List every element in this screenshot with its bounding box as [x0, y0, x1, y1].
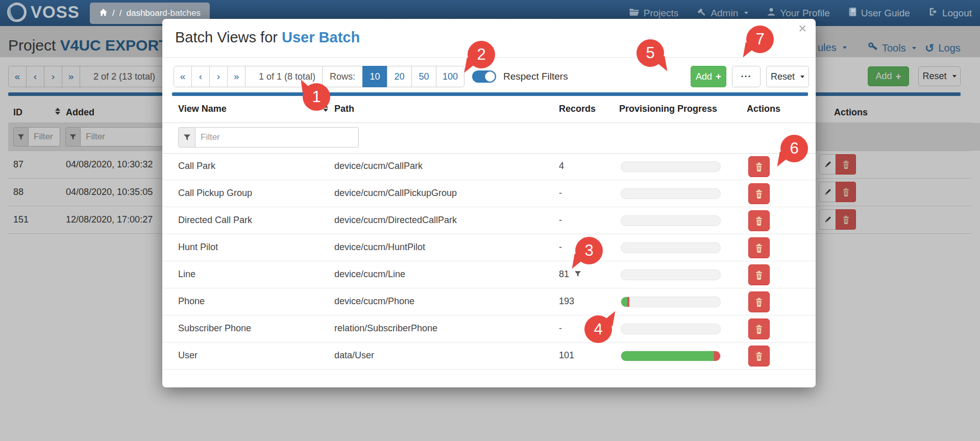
table-row: Hunt Pilot device/cucm/HuntPilot - [162, 234, 816, 261]
filter-button[interactable] [178, 127, 195, 148]
more-actions-button[interactable]: ... [732, 66, 761, 87]
view-path: data/User [334, 350, 374, 361]
plus-icon: + [716, 71, 721, 82]
rows-per-page-group: Rows: 10 20 50 100 [322, 66, 464, 87]
view-name: Hunt Pilot [178, 242, 218, 253]
provisioning-progress-bar [621, 215, 721, 226]
next-page-button[interactable]: › [209, 66, 228, 87]
home-icon [99, 8, 108, 19]
nav-logout[interactable]: Logout [928, 7, 972, 19]
trash-icon [754, 352, 764, 361]
callout-badge-4: 4 [584, 315, 612, 343]
column-header-view-name[interactable]: View Name [178, 104, 227, 114]
callout-badge-6: 6 [780, 135, 808, 162]
close-icon[interactable]: × [798, 22, 806, 36]
table-row: Line device/cucm/Line 81 [162, 261, 816, 288]
view-path: device/cucm/Line [334, 269, 405, 280]
trash-icon [754, 189, 764, 199]
chevron-down-icon [800, 76, 804, 78]
rows-option-20[interactable]: 20 [387, 66, 412, 87]
view-path: device/cucm/Phone [334, 296, 414, 307]
delete-button[interactable] [748, 346, 770, 366]
trash-icon [754, 243, 764, 253]
add-button[interactable]: Add+ [691, 66, 726, 87]
rows-label: Rows: [322, 66, 363, 87]
modal-title: Batch Views for User Batch [175, 29, 360, 46]
view-records: 193 [559, 296, 574, 307]
view-records: - [559, 323, 562, 334]
breadcrumb-current: dashboard-batches [126, 8, 201, 18]
respect-filters-label: Respect Filters [503, 71, 568, 82]
callout-badge-3: 3 [575, 237, 603, 264]
column-header-records: Records [559, 104, 596, 114]
view-path: device/cucm/DirectedCallPark [334, 215, 457, 226]
view-name: Call Pickup Group [178, 188, 252, 199]
view-records: 81 [559, 269, 581, 280]
view-records: - [559, 242, 562, 253]
delete-button[interactable] [748, 210, 770, 231]
nav-admin[interactable]: Admin [697, 7, 748, 19]
table-row: User data/User 101 [162, 342, 816, 370]
view-path: device/cucm/CallPark [334, 161, 423, 172]
batch-name: User Batch [282, 29, 360, 45]
provisioning-progress-bar [621, 270, 721, 280]
brand-text: VOSS [31, 3, 80, 22]
provisioning-progress-bar [621, 324, 721, 334]
table-row: Call Park device/cucm/CallPark 4 [162, 153, 816, 180]
gavel-icon [697, 7, 706, 19]
view-path: device/cucm/CallPickupGroup [334, 188, 457, 199]
user-icon [767, 7, 776, 19]
column-header-actions: Actions [747, 104, 780, 114]
toggle-knob [485, 71, 495, 82]
view-records: - [559, 188, 562, 199]
trash-icon [754, 298, 764, 307]
delete-button[interactable] [748, 156, 770, 177]
table-row: Phone device/cucm/Phone 193 [162, 288, 816, 315]
ellipsis-icon: ... [741, 69, 751, 80]
delete-button[interactable] [748, 291, 770, 312]
provisioning-progress-bar [621, 161, 721, 172]
table-row: Call Pickup Group device/cucm/CallPickup… [162, 180, 816, 207]
provisioning-progress-bar [621, 188, 721, 199]
reset-button[interactable]: Reset [766, 66, 809, 87]
voss-logo[interactable]: VOSS [6, 2, 80, 23]
delete-button[interactable] [748, 264, 770, 285]
delete-button[interactable] [748, 183, 770, 204]
view-path: device/cucm/HuntPilot [334, 242, 425, 253]
callout-badge-7: 7 [746, 26, 774, 53]
chevron-down-icon [744, 12, 748, 14]
trash-icon [754, 325, 764, 334]
book-icon [848, 7, 857, 19]
callout-badge-5: 5 [636, 39, 664, 67]
view-name-filter-input[interactable] [195, 127, 359, 148]
nav-your-profile[interactable]: Your Profile [767, 7, 830, 19]
divider-accent [172, 92, 808, 96]
view-path: relation/SubscriberPhone [334, 323, 437, 334]
prev-page-button[interactable]: ‹ [191, 66, 210, 87]
provisioning-progress-bar [621, 297, 721, 307]
view-records: - [559, 215, 562, 226]
view-name: Line [178, 269, 195, 280]
view-records: 101 [559, 350, 574, 361]
batch-views-modal: × Batch Views for User Batch « ‹ › » 1 o… [162, 19, 816, 387]
first-page-button[interactable]: « [174, 66, 192, 87]
rows-option-10[interactable]: 10 [362, 66, 387, 87]
column-header-path[interactable]: Path [334, 104, 354, 114]
nav-user-guide[interactable]: User Guide [848, 7, 910, 19]
callout-badge-1: 1 [303, 83, 330, 111]
delete-button[interactable] [748, 318, 770, 339]
rows-option-100[interactable]: 100 [436, 66, 464, 87]
view-name: Phone [178, 296, 205, 307]
view-name: Call Park [178, 161, 215, 172]
view-name: Subscriber Phone [178, 323, 251, 334]
folder-icon [629, 7, 640, 19]
logout-icon [928, 7, 938, 19]
last-page-button[interactable]: » [227, 66, 246, 87]
nav-projects[interactable]: Projects [629, 7, 679, 19]
delete-button[interactable] [748, 237, 770, 258]
table-row: Directed Call Park device/cucm/DirectedC… [162, 207, 816, 234]
rows-option-50[interactable]: 50 [411, 66, 436, 87]
funnel-icon [183, 134, 191, 141]
trash-icon [754, 216, 764, 226]
trash-icon [754, 271, 764, 280]
